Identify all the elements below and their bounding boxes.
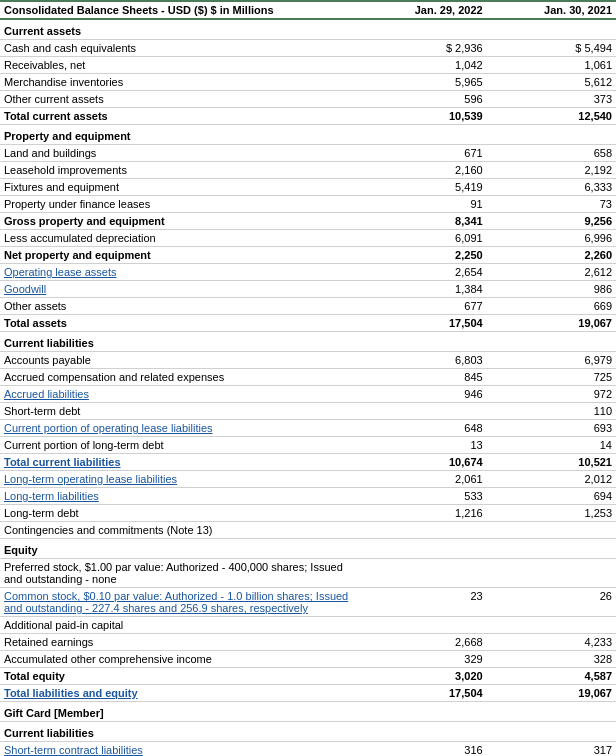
- row-value-1: 5,419: [357, 179, 486, 196]
- row-label: Preferred stock, $1.00 par value: Author…: [0, 559, 357, 588]
- row-label: Total equity: [0, 668, 357, 685]
- row-label: Net property and equipment: [0, 247, 357, 264]
- row-value-1: 5,965: [357, 74, 486, 91]
- row-label: Current portion of operating lease liabi…: [0, 420, 357, 437]
- header-col2: Jan. 30, 2021: [487, 1, 616, 19]
- row-label: Less accumulated depreciation: [0, 230, 357, 247]
- row-value-1: 23: [357, 588, 486, 617]
- row-label: Current portion of long-term debt: [0, 437, 357, 454]
- row-value-1: 2,061: [357, 471, 486, 488]
- row-label: Retained earnings: [0, 634, 357, 651]
- row-label: Fixtures and equipment: [0, 179, 357, 196]
- row-value-2: 2,612: [487, 264, 616, 281]
- row-value-1: 17,504: [357, 685, 486, 702]
- row-label: Additional paid-in capital: [0, 617, 357, 634]
- row-value-1: 946: [357, 386, 486, 403]
- row-value-2: [487, 522, 616, 539]
- row-label: Total current assets: [0, 108, 357, 125]
- row-value-1: 1,042: [357, 57, 486, 74]
- row-value-2: 1,253: [487, 505, 616, 522]
- section-header-label: Current liabilities: [0, 722, 616, 742]
- row-value-2: 328: [487, 651, 616, 668]
- section-header-label: Gift Card [Member]: [0, 702, 616, 722]
- row-value-1: 1,216: [357, 505, 486, 522]
- row-label: Total liabilities and equity: [0, 685, 357, 702]
- row-value-1: 596: [357, 91, 486, 108]
- row-label: Other assets: [0, 298, 357, 315]
- row-label: Long-term liabilities: [0, 488, 357, 505]
- row-value-1: 10,674: [357, 454, 486, 471]
- row-value-1: 677: [357, 298, 486, 315]
- row-value-2: [487, 617, 616, 634]
- row-value-1: 533: [357, 488, 486, 505]
- row-value-2: [487, 559, 616, 588]
- row-label: Contingencies and commitments (Note 13): [0, 522, 357, 539]
- section-header-label: Property and equipment: [0, 125, 616, 145]
- row-label: Land and buildings: [0, 145, 357, 162]
- row-value-2: 4,587: [487, 668, 616, 685]
- row-value-2: 6,996: [487, 230, 616, 247]
- row-value-1: 8,341: [357, 213, 486, 230]
- row-value-2: 10,521: [487, 454, 616, 471]
- row-value-2: 972: [487, 386, 616, 403]
- section-header-label: Equity: [0, 539, 616, 559]
- row-value-1: 329: [357, 651, 486, 668]
- row-value-1: 10,539: [357, 108, 486, 125]
- row-value-1: 845: [357, 369, 486, 386]
- row-label: Total assets: [0, 315, 357, 332]
- row-value-2: 6,979: [487, 352, 616, 369]
- row-value-2: 2,260: [487, 247, 616, 264]
- row-label: Total current liabilities: [0, 454, 357, 471]
- section-header-label: Current liabilities: [0, 332, 616, 352]
- row-value-1: 91: [357, 196, 486, 213]
- row-value-2: 26: [487, 588, 616, 617]
- row-value-1: 13: [357, 437, 486, 454]
- row-value-2: 986: [487, 281, 616, 298]
- row-value-2: 110: [487, 403, 616, 420]
- row-value-1: [357, 559, 486, 588]
- row-value-1: 2,654: [357, 264, 486, 281]
- row-value-2: 2,192: [487, 162, 616, 179]
- section-header-label: Current assets: [0, 19, 616, 40]
- row-label: Accounts payable: [0, 352, 357, 369]
- row-value-2: 19,067: [487, 685, 616, 702]
- row-value-2: 693: [487, 420, 616, 437]
- row-value-1: $ 2,936: [357, 40, 486, 57]
- row-value-1: [357, 522, 486, 539]
- row-value-2: 5,612: [487, 74, 616, 91]
- row-value-2: 725: [487, 369, 616, 386]
- row-label: Accrued liabilities: [0, 386, 357, 403]
- row-value-2: 658: [487, 145, 616, 162]
- table-header: Consolidated Balance Sheets - USD ($) $ …: [0, 1, 616, 19]
- row-value-2: $ 5,494: [487, 40, 616, 57]
- row-label: Short-term contract liabilities: [0, 742, 357, 757]
- row-label: Accrued compensation and related expense…: [0, 369, 357, 386]
- row-value-2: 9,256: [487, 213, 616, 230]
- row-label: Long-term operating lease liabilities: [0, 471, 357, 488]
- row-value-1: [357, 403, 486, 420]
- row-value-2: 12,540: [487, 108, 616, 125]
- row-value-2: 669: [487, 298, 616, 315]
- header-col1: Jan. 29, 2022: [357, 1, 486, 19]
- row-label: Goodwill: [0, 281, 357, 298]
- row-value-2: 1,061: [487, 57, 616, 74]
- row-value-1: 3,020: [357, 668, 486, 685]
- row-value-2: 14: [487, 437, 616, 454]
- row-value-1: 6,803: [357, 352, 486, 369]
- row-value-1: [357, 617, 486, 634]
- row-value-2: 19,067: [487, 315, 616, 332]
- row-value-2: 73: [487, 196, 616, 213]
- row-label: Cash and cash equivalents: [0, 40, 357, 57]
- row-label: Accumulated other comprehensive income: [0, 651, 357, 668]
- row-value-1: 648: [357, 420, 486, 437]
- row-value-1: 17,504: [357, 315, 486, 332]
- row-label: Other current assets: [0, 91, 357, 108]
- row-label: Merchandise inventories: [0, 74, 357, 91]
- row-label: Receivables, net: [0, 57, 357, 74]
- row-value-2: 4,233: [487, 634, 616, 651]
- row-value-1: 6,091: [357, 230, 486, 247]
- row-value-2: 694: [487, 488, 616, 505]
- row-value-2: 373: [487, 91, 616, 108]
- row-label: Leasehold improvements: [0, 162, 357, 179]
- row-label: Long-term debt: [0, 505, 357, 522]
